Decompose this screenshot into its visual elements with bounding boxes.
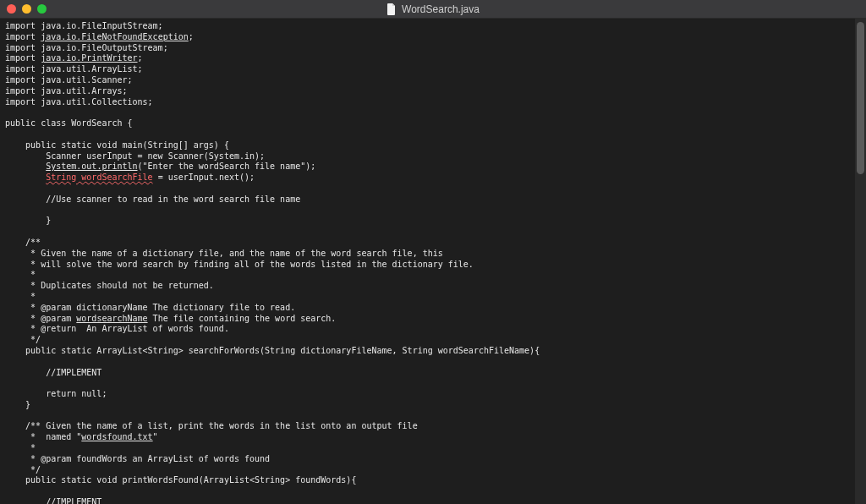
- code-line: }: [5, 216, 51, 225]
- code-line: import java.io.FileNotFoundException;: [5, 32, 194, 41]
- close-button[interactable]: [7, 4, 16, 14]
- code-line: public static void main(String[] args) {: [5, 140, 229, 150]
- code-line: * Duplicates should not be returned.: [5, 281, 214, 290]
- document-icon: [386, 3, 397, 15]
- code-line: * @return An ArrayList of words found.: [5, 324, 229, 333]
- code-line: import java.io.FileInputStream;: [5, 21, 163, 30]
- code-line: import java.util.Arrays;: [5, 86, 128, 96]
- code-line: * @param wordsearchName The file contain…: [5, 314, 336, 323]
- code-line: import java.io.FileOutputStream;: [5, 43, 168, 52]
- code-line: import java.util.ArrayList;: [5, 64, 143, 74]
- window-title: WordSearch.java: [402, 3, 480, 15]
- code-line: public class WordSearch {: [5, 118, 133, 128]
- vertical-scrollbar[interactable]: [855, 19, 866, 504]
- code-line: */: [5, 335, 41, 344]
- minimize-button[interactable]: [22, 4, 31, 14]
- code-line: public static ArrayList<String> searchFo…: [5, 346, 540, 355]
- code-line: import java.io.PrintWriter;: [5, 53, 143, 63]
- editor-container: import java.io.FileInputStream; import j…: [0, 19, 866, 504]
- code-line: * will solve the word search by finding …: [5, 260, 474, 269]
- code-line: public static void printWordsFound(Array…: [5, 475, 356, 485]
- code-line: *: [5, 292, 36, 301]
- code-line: *: [5, 443, 36, 452]
- title-section: WordSearch.java: [0, 3, 866, 15]
- maximize-button[interactable]: [37, 4, 47, 14]
- code-line: /**: [5, 238, 41, 247]
- code-line: String wordSearchFile = userInput.next()…: [5, 173, 255, 182]
- code-line: * Given the name of a dictionary file, a…: [5, 249, 443, 258]
- code-line: //IMPLEMENT: [5, 497, 101, 504]
- code-line: return null;: [5, 389, 107, 398]
- code-line: * named "wordsfound.txt": [5, 432, 158, 441]
- code-line: * @param foundWords an ArrayList of word…: [5, 454, 270, 463]
- code-line: System.out.println("Enter the wordSearch…: [5, 162, 315, 171]
- code-line: import java.util.Collections;: [5, 97, 153, 107]
- scrollbar-thumb[interactable]: [857, 22, 864, 174]
- code-line: import java.util.Scanner;: [5, 75, 133, 85]
- window-titlebar: WordSearch.java: [0, 0, 866, 19]
- code-line: //IMPLEMENT: [5, 368, 101, 377]
- code-line: */: [5, 465, 41, 474]
- code-line: /** Given the name of a list, print the …: [5, 421, 418, 430]
- code-line: * @param dictionaryName The dictionary f…: [5, 303, 295, 312]
- code-line: //Use scanner to read in the word search…: [5, 194, 300, 204]
- code-editor[interactable]: import java.io.FileInputStream; import j…: [0, 19, 855, 504]
- code-line: Scanner userInput = new Scanner(System.i…: [5, 151, 265, 161]
- window-controls: [7, 4, 47, 14]
- code-line: }: [5, 400, 30, 409]
- code-line: *: [5, 270, 36, 279]
